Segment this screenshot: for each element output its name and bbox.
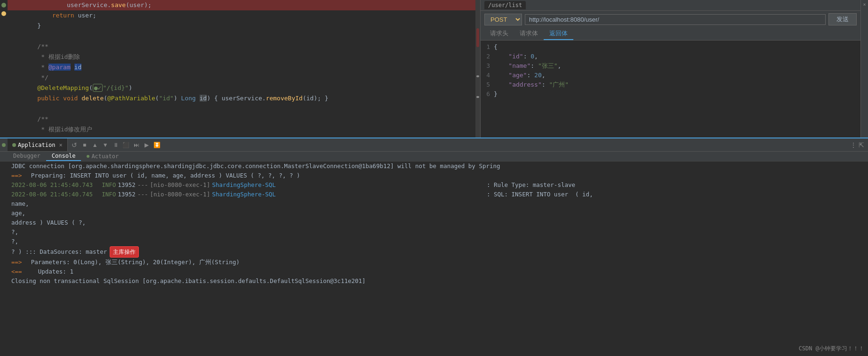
scrollbar-marker2 xyxy=(476,96,479,98)
log-text: JDBC connection [org.apache.shardingsphe… xyxy=(11,162,500,171)
console-toolbar: ↺ ■ ▲ ▼ ⏸ ⬛ ⏭ ▶ ⏬ xyxy=(68,140,164,150)
right-panel-icons: × xyxy=(860,0,868,138)
log-line-q2: ?, xyxy=(8,237,868,246)
url-input[interactable] xyxy=(525,14,826,25)
console-sub-tabs: Debugger Console Actuator xyxy=(0,152,868,162)
json-linenum: 3 xyxy=(484,61,494,71)
close-panel-icon[interactable]: × xyxy=(863,2,866,7)
console-output[interactable]: JDBC connection [org.apache.shardingsphe… xyxy=(0,162,868,356)
log-msg2: : SQL: INSERT INTO user ( id, xyxy=(278,190,593,199)
code-text: * 根据id删除 xyxy=(23,52,80,62)
app-tab-dot xyxy=(12,143,16,147)
json-linenum: 4 xyxy=(484,71,494,80)
log-pid: 13952 xyxy=(118,190,136,199)
code-line-3: } xyxy=(8,21,475,31)
actuator-dot xyxy=(87,155,89,158)
app-tab-close[interactable]: × xyxy=(59,142,62,148)
log-line-address: address ) VALUES ( ?, xyxy=(8,218,868,227)
tab-actuator[interactable]: Actuator xyxy=(81,152,124,161)
console-area: Application × ↺ ■ ▲ ▼ ⏸ ⬛ ⏭ ▶ ⏬ ⋮ ⇱ xyxy=(0,138,868,356)
log-level: INFO xyxy=(95,190,116,199)
tab-debugger[interactable]: Debugger xyxy=(8,152,46,161)
json-linenum: 2 xyxy=(484,52,494,61)
restart-button[interactable]: ↺ xyxy=(70,140,79,150)
toolbar-btn-8[interactable]: ▶ xyxy=(142,140,152,150)
api-sub-tabs: 请求头 请求体 返回体 xyxy=(481,28,860,40)
code-text: public void delete(@PathVariable("id") L… xyxy=(23,93,329,104)
more-options-button[interactable]: ⋮ xyxy=(850,141,857,149)
toolbar-btn-6[interactable]: ⬛ xyxy=(121,140,131,150)
toolbar-btn-5[interactable]: ⏸ xyxy=(111,140,121,150)
code-line-1: userService.save(user); xyxy=(8,0,475,10)
code-text: userService.save(user); xyxy=(23,0,152,10)
code-line-method: public void delete(@PathVariable("id") L… xyxy=(8,93,475,104)
log-timestamp: 2022-08-06 21:45:40.743 xyxy=(11,180,93,190)
expand-button[interactable]: ⇱ xyxy=(859,141,864,149)
log-component: ShardingSphere-SQL xyxy=(212,180,275,190)
code-panel: userService.save(user); return user; } /… xyxy=(8,0,475,138)
code-line-annotation: @DeleteMapping(●✓"/{id}") xyxy=(8,83,475,93)
json-text: "id": 0, xyxy=(494,52,538,61)
indicator-spacer xyxy=(0,162,7,171)
code-line-empty2 xyxy=(8,104,475,114)
log-text: ?, xyxy=(11,228,18,235)
log-line-q1: ?, xyxy=(8,227,868,237)
code-line-2: return user; xyxy=(8,10,475,21)
log-line-preparing: ==> Preparing: INSERT INTO user ( id, na… xyxy=(8,171,868,180)
code-line-comment4: */ xyxy=(8,73,475,83)
json-line-1: 1 { xyxy=(484,42,857,52)
code-text: } xyxy=(23,21,41,31)
code-text: @DeleteMapping(●✓"/{id}") xyxy=(23,83,132,93)
json-text: } xyxy=(494,89,498,99)
api-response: 1 { 2 "id": 0, 3 "name": "张三", 4 "age": … xyxy=(481,40,860,138)
log-line-jdbc: JDBC connection [org.apache.shardingsphe… xyxy=(8,162,868,171)
code-text: /** xyxy=(23,114,48,124)
api-tab-bar: /user/list xyxy=(481,0,860,11)
stop-button[interactable]: ■ xyxy=(80,140,89,150)
console-right-icons: ⋮ ⇱ xyxy=(850,141,868,149)
toolbar-btn-3[interactable]: ▲ xyxy=(90,140,100,150)
toolbar-btn-7[interactable]: ⏭ xyxy=(132,140,141,150)
json-text: "name": "张三", xyxy=(494,61,561,71)
log-text: name, xyxy=(11,200,29,207)
code-text: * @param id xyxy=(23,62,81,73)
log-line-datasource: ? ) ::: DataSources: master 主库操作 xyxy=(8,246,868,258)
api-tab-label[interactable]: /user/list xyxy=(484,1,526,9)
log-text: age, xyxy=(11,210,25,217)
send-button[interactable]: 发送 xyxy=(828,13,857,25)
scrollbar-marker1 xyxy=(476,75,479,77)
code-text: return user; xyxy=(23,10,96,21)
log-arrow: ==> xyxy=(11,171,22,180)
code-line-comment6: * 根据id修改用户 xyxy=(8,124,475,135)
left-log-indicators xyxy=(0,162,7,171)
app-tab-label: Application xyxy=(18,142,55,148)
green-indicator xyxy=(1,3,6,8)
json-line-3: 3 "name": "张三", xyxy=(484,61,857,71)
tab-console[interactable]: Console xyxy=(46,152,81,161)
log-arrow2: ==> xyxy=(11,258,22,267)
json-linenum: 5 xyxy=(484,80,494,89)
application-tab[interactable]: Application × xyxy=(8,138,68,151)
log-arrow3: <== xyxy=(11,267,22,276)
log-content: JDBC connection [org.apache.shardingsphe… xyxy=(0,162,868,286)
toolbar-btn-9[interactable]: ⏬ xyxy=(153,140,162,150)
method-select[interactable]: POST xyxy=(484,14,522,25)
log-component2: ShardingSphere-SQL xyxy=(212,190,275,199)
code-scrollbar[interactable] xyxy=(475,0,480,138)
console-tab-bar: Application × ↺ ■ ▲ ▼ ⏸ ⬛ ⏭ ▶ ⏬ ⋮ ⇱ xyxy=(0,138,868,152)
tab-request-body[interactable]: 请求体 xyxy=(514,28,544,40)
log-line-ts1: 2022-08-06 21:45:40.743 INFO 13952 --- [… xyxy=(8,180,868,190)
json-line-6: 6 } xyxy=(484,89,857,99)
log-params-text: Parameters: 0(Long), 张三(String), 20(Inte… xyxy=(24,258,240,267)
log-exec: [nio-8080-exec-1] xyxy=(150,180,210,190)
tab-request-headers[interactable]: 请求头 xyxy=(484,28,514,40)
log-timestamp: 2022-08-06 21:45:40.745 xyxy=(11,190,93,199)
toolbar-btn-4[interactable]: ▼ xyxy=(101,140,110,150)
tab-response-body[interactable]: 返回体 xyxy=(544,28,573,40)
code-text: */ xyxy=(23,73,48,83)
code-text: * 根据id修改用户 xyxy=(23,124,92,135)
csdn-watermark: CSDN @小钟要学习！！！ xyxy=(799,344,864,353)
log-closing-text: Closing non transactional SqlSession [or… xyxy=(11,277,366,284)
log-line-ts2: 2022-08-06 21:45:40.745 INFO 13952 --- [… xyxy=(8,190,868,199)
log-line-params: ==> Parameters: 0(Long), 张三(String), 20(… xyxy=(8,258,868,267)
